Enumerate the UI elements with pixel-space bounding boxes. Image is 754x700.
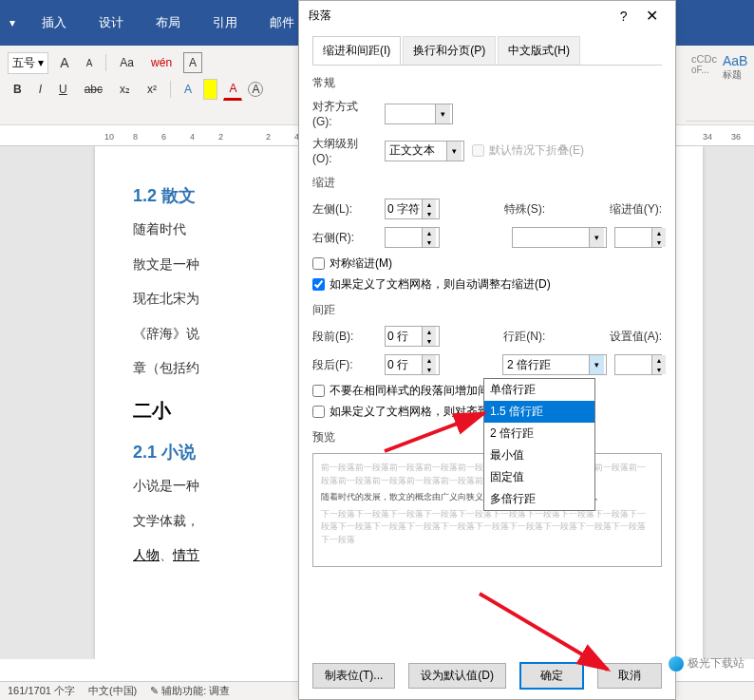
spin-up-icon[interactable]: ▲ <box>423 355 436 365</box>
shrink-font-button[interactable]: A <box>81 54 99 72</box>
paragraph-dialog: 段落 ? ✕ 缩进和间距(I) 换行和分页(P) 中文版式(H) 常规 对齐方式… <box>298 0 676 700</box>
set-value-spinner[interactable]: ▲▼ <box>614 354 662 375</box>
dropdown-item-exactly[interactable]: 固定值 <box>484 466 594 488</box>
alignment-label: 对齐方式(G): <box>312 99 377 128</box>
by-value-spinner[interactable]: ▲▼ <box>614 227 662 248</box>
spin-up-icon[interactable]: ▲ <box>423 228 436 237</box>
dropdown-item-multiple[interactable]: 多倍行距 <box>484 488 594 510</box>
dropdown-item-1-5[interactable]: 1.5 倍行距 <box>484 401 594 423</box>
italic-button[interactable]: I <box>33 79 47 100</box>
change-case-button[interactable]: Aa <box>114 52 140 73</box>
dropdown-item-atleast[interactable]: 最小值 <box>484 445 594 466</box>
language[interactable]: 中文(中国) <box>88 684 137 698</box>
help-button[interactable]: ? <box>613 7 635 26</box>
auto-adjust-checkbox[interactable]: 如果定义了文档网格，则自动调整右缩进(D) <box>312 276 662 293</box>
superscript-button[interactable]: x² <box>141 79 162 100</box>
spin-down-icon[interactable]: ▼ <box>652 237 666 247</box>
tab-indent-spacing[interactable]: 缩进和间距(I) <box>312 36 401 65</box>
set-value-label: 设置值(A): <box>610 329 662 345</box>
spin-down-icon[interactable]: ▼ <box>423 209 436 218</box>
space-after-spinner[interactable]: ▲▼ <box>385 354 440 375</box>
spin-down-icon[interactable]: ▼ <box>423 365 436 374</box>
subscript-button[interactable]: x₂ <box>114 79 136 100</box>
dropdown-item-single[interactable]: 单倍行距 <box>484 379 594 401</box>
dialog-title: 段落 <box>309 8 331 24</box>
spin-up-icon[interactable]: ▲ <box>423 199 436 209</box>
tab-references[interactable]: 引用 <box>203 9 247 37</box>
chevron-down-icon[interactable]: ▾ <box>435 104 450 123</box>
section-general: 常规 <box>312 75 662 91</box>
mirror-indent-checkbox[interactable]: 对称缩进(M) <box>312 255 662 272</box>
style-normal[interactable]: cCDc oF... <box>691 53 717 82</box>
highlight-button[interactable] <box>203 79 217 100</box>
special-label: 特殊(S): <box>504 201 545 218</box>
enclose-char-button[interactable]: A <box>248 82 263 97</box>
char-border-button[interactable]: A <box>183 52 202 73</box>
tab-layout[interactable]: 布局 <box>146 9 190 37</box>
watermark-logo-icon <box>669 656 684 672</box>
alignment-combo[interactable]: ▾ <box>385 104 453 124</box>
chevron-down-icon[interactable]: ▾ <box>589 228 604 247</box>
tab-line-page-breaks[interactable]: 换行和分页(P) <box>403 36 496 65</box>
set-default-button[interactable]: 设为默认值(D) <box>408 663 506 689</box>
chevron-down-icon[interactable]: ▾ <box>589 355 604 374</box>
dialog-titlebar: 段落 ? ✕ <box>299 1 675 30</box>
spin-up-icon[interactable]: ▲ <box>652 228 666 237</box>
space-before-label: 段前(B): <box>312 329 377 345</box>
spin-down-icon[interactable]: ▼ <box>423 237 436 247</box>
dialog-tabs: 缩进和间距(I) 换行和分页(P) 中文版式(H) <box>312 36 662 66</box>
section-spacing: 间距 <box>312 302 662 318</box>
font-color-button[interactable]: A <box>223 78 242 101</box>
underline-button[interactable]: U <box>53 79 73 100</box>
space-after-label: 段后(F): <box>312 357 377 373</box>
grow-font-button[interactable]: A <box>54 51 74 74</box>
right-indent-spinner[interactable]: ▲▼ <box>385 227 440 248</box>
ok-button[interactable]: 确定 <box>519 662 584 690</box>
collapse-checkbox[interactable]: 默认情况下折叠(E) <box>472 142 584 159</box>
by-value-label: 缩进值(Y): <box>610 201 662 218</box>
font-size-combo[interactable]: 五号 ▾ <box>8 52 48 74</box>
spin-up-icon[interactable]: ▲ <box>652 355 666 365</box>
style-heading[interactable]: AaB 标题 <box>723 53 747 82</box>
bold-button[interactable]: B <box>8 79 28 100</box>
cancel-button[interactable]: 取消 <box>597 663 662 689</box>
accessibility[interactable]: ✎ 辅助功能: 调查 <box>150 684 230 698</box>
spin-down-icon[interactable]: ▼ <box>423 336 436 346</box>
section-indent: 缩进 <box>312 175 662 191</box>
strike-button[interactable]: abc <box>79 79 108 100</box>
left-indent-label: 左侧(L): <box>312 201 377 218</box>
special-combo[interactable]: ▾ <box>512 227 607 248</box>
qat-dropdown-icon[interactable]: ▾ <box>6 14 19 31</box>
tab-insert[interactable]: 插入 <box>32 9 76 37</box>
tab-design[interactable]: 设计 <box>89 9 133 37</box>
chevron-down-icon[interactable]: ▾ <box>446 142 462 161</box>
space-before-spinner[interactable]: ▲▼ <box>385 326 440 347</box>
dropdown-item-double[interactable]: 2 倍行距 <box>484 423 594 445</box>
phonetic-guide-button[interactable]: wén <box>145 52 178 73</box>
right-indent-label: 右侧(R): <box>312 230 377 246</box>
outline-label: 大纲级别(O): <box>312 136 377 165</box>
line-spacing-label: 行距(N): <box>503 329 545 345</box>
spin-up-icon[interactable]: ▲ <box>423 327 436 336</box>
text-effects-button[interactable]: A <box>179 79 198 100</box>
tab-asian-typography[interactable]: 中文版式(H) <box>498 36 580 65</box>
styles-gallery[interactable]: cCDc oF... AaB 标题 <box>686 46 754 122</box>
spin-down-icon[interactable]: ▼ <box>652 365 666 374</box>
close-button[interactable]: ✕ <box>638 6 666 26</box>
left-indent-spinner[interactable]: ▲▼ <box>385 199 440 219</box>
outline-combo[interactable]: 正文文本▾ <box>385 141 464 161</box>
tab-stops-button[interactable]: 制表位(T)... <box>312 663 395 689</box>
page-count[interactable]: 161/1701 个字 <box>8 684 75 698</box>
line-spacing-combo[interactable]: 2 倍行距▾ <box>502 354 607 375</box>
watermark: 极光下载站 <box>669 655 745 672</box>
line-spacing-dropdown-list: 单倍行距 1.5 倍行距 2 倍行距 最小值 固定值 多倍行距 <box>483 378 595 511</box>
